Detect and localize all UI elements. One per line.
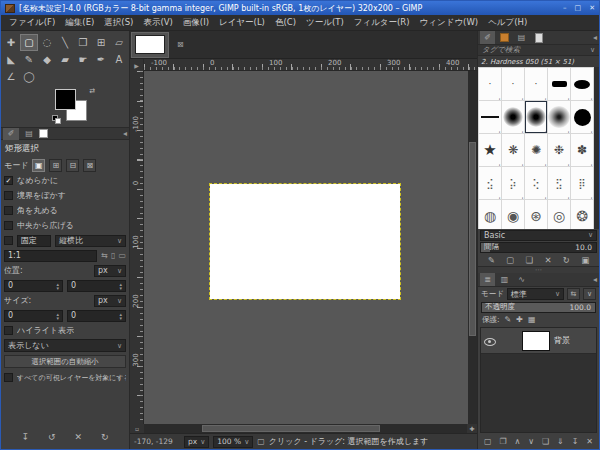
lock-alpha-icon[interactable]: ▦ xyxy=(528,315,536,324)
brush-item[interactable]: ⡵ xyxy=(502,167,524,199)
unified-transform-tool[interactable]: ⊞ xyxy=(92,34,110,51)
fixed-label[interactable]: 固定 xyxy=(17,235,51,247)
position-y-input[interactable]: 0 ▴ ▾ xyxy=(67,280,126,292)
delete-tool-preset-icon[interactable]: ✕ xyxy=(74,432,82,442)
antialias-option[interactable]: ✓ なめらかに xyxy=(4,173,126,188)
channels-tab[interactable]: ▥ xyxy=(497,273,512,286)
size-width-input[interactable]: 0 ▴ ▾ xyxy=(4,310,63,322)
position-unit-dropdown[interactable]: px ∨ xyxy=(94,265,126,277)
brush-item[interactable] xyxy=(548,101,570,133)
menu-colors[interactable]: 色(C) xyxy=(270,16,301,30)
spinner-arrows-icon[interactable]: ▴ ▾ xyxy=(119,282,122,290)
mode-switch-button[interactable]: ⇆ xyxy=(567,288,580,300)
rounded-corners-option[interactable]: 角を丸める xyxy=(4,203,126,218)
brush-item[interactable]: ❉ xyxy=(548,134,570,166)
mode-add-button[interactable]: ⊞ xyxy=(49,159,62,172)
brush-item[interactable]: ★ xyxy=(479,134,501,166)
delete-brush-icon[interactable]: ✕ xyxy=(544,255,551,265)
patterns-tab[interactable] xyxy=(497,31,512,44)
mode-intersect-button[interactable]: ⊠ xyxy=(83,159,96,172)
reset-tool-options-icon[interactable]: ↻ xyxy=(101,432,109,442)
image-tab[interactable] xyxy=(131,32,169,58)
size-unit-dropdown[interactable]: px ∨ xyxy=(94,295,126,307)
paintbrush-tool[interactable]: ✎ xyxy=(20,51,38,68)
brush-item[interactable]: · xyxy=(479,68,501,100)
brush-item[interactable]: ⣪ xyxy=(479,167,501,199)
brush-item[interactable]: ✺ xyxy=(525,134,547,166)
open-brush-as-image-icon[interactable]: ▣ xyxy=(581,255,589,265)
size-height-input[interactable]: 0 ▴ ▾ xyxy=(67,310,126,322)
menu-select[interactable]: 選択(S) xyxy=(99,16,138,30)
tool-options-tab[interactable]: ✐ xyxy=(3,128,19,140)
tag-filter-input[interactable]: タグで検索 xyxy=(482,45,590,55)
vertical-scrollbar-thumb[interactable] xyxy=(469,142,476,336)
restore-tool-preset-icon[interactable]: ↺ xyxy=(48,432,56,442)
brush-item[interactable]: ⢕ xyxy=(525,167,547,199)
new-brush-icon[interactable]: ▢ xyxy=(506,255,514,265)
lock-pixels-icon[interactable]: ✎ xyxy=(505,315,512,324)
free-select-tool[interactable]: ◌ xyxy=(38,34,56,51)
fixed-type-dropdown[interactable]: 縦横比 ∨ xyxy=(55,235,126,247)
landscape-icon[interactable]: ▭ xyxy=(118,251,126,260)
fonts-tab[interactable] xyxy=(531,31,546,44)
layer-opacity-slider[interactable]: 不透明度 100.0 xyxy=(481,302,596,313)
smudge-tool[interactable]: ☛ xyxy=(74,51,92,68)
mode-replace-button[interactable]: ▣ xyxy=(32,159,45,172)
vertical-ruler[interactable]: -100 0 100 200 300 xyxy=(130,71,144,424)
delete-layer-icon[interactable]: ✕ xyxy=(586,437,593,446)
feather-checkbox[interactable] xyxy=(4,191,13,200)
zoom-tool[interactable]: ◯ xyxy=(20,68,38,85)
canvas-viewport[interactable] xyxy=(144,71,468,424)
duplicate-layer-icon[interactable]: ❏ xyxy=(542,437,549,446)
highlight-checkbox[interactable] xyxy=(4,326,13,335)
zoom-dropdown[interactable]: 100 % ∨ xyxy=(213,436,253,448)
foreground-color-swatch[interactable] xyxy=(55,89,76,110)
menu-file[interactable]: ファイル(F) xyxy=(4,16,60,30)
spinner-arrows-icon[interactable]: ▴ ▾ xyxy=(56,282,59,290)
maximize-button[interactable]: □ xyxy=(575,4,582,12)
antialias-checkbox[interactable]: ✓ xyxy=(4,176,13,185)
menu-help[interactable]: ヘルプ(H) xyxy=(483,16,532,30)
minimize-button[interactable]: – xyxy=(563,4,567,12)
brush-spacing-slider[interactable]: 間隔 10.0 xyxy=(480,242,597,253)
paths-tab[interactable]: ∿ xyxy=(514,273,529,286)
duplicate-brush-icon[interactable]: ❏ xyxy=(525,255,533,265)
expand-from-center-checkbox[interactable] xyxy=(4,221,13,230)
brush-tag-dropdown[interactable]: Basic ∨ xyxy=(480,230,597,241)
lock-position-icon[interactable]: ✚ xyxy=(516,315,523,324)
horizontal-ruler[interactable]: -100 0 100 200 300 400 xyxy=(144,59,477,71)
horizontal-scrollbar[interactable] xyxy=(144,424,467,433)
ratio-swap-icon[interactable]: ⇆ xyxy=(101,251,108,260)
layer-mode-dropdown[interactable]: 標準 ∨ xyxy=(507,288,564,300)
anchor-layer-icon[interactable]: ↧ xyxy=(572,437,579,446)
spinner-arrows-icon[interactable]: ▴ ▾ xyxy=(119,312,122,320)
brush-item[interactable]: ⊛ xyxy=(525,200,547,229)
clone-tool[interactable]: ▰ xyxy=(56,51,74,68)
rounded-corners-checkbox[interactable] xyxy=(4,206,13,215)
text-tool[interactable]: A xyxy=(110,51,128,68)
brushes-tab[interactable]: ✐ xyxy=(480,31,495,44)
brush-item[interactable]: ◍ xyxy=(479,200,501,229)
handle-transform-tool[interactable]: ▱ xyxy=(110,34,128,51)
vertical-scrollbar[interactable] xyxy=(468,71,477,424)
fixed-checkbox[interactable] xyxy=(4,236,13,245)
move-tool[interactable]: ✚ xyxy=(2,34,20,51)
menu-tools[interactable]: ツール(T) xyxy=(301,16,349,30)
dock-menu-icon[interactable]: ◂ xyxy=(123,129,127,138)
menu-windows[interactable]: ウィンドウ(W) xyxy=(415,16,484,30)
brush-item[interactable]: ◎ xyxy=(548,200,570,229)
fuzzy-select-tool[interactable]: ╲ xyxy=(56,34,74,51)
brush-item[interactable]: ⣫ xyxy=(548,167,570,199)
ink-tool[interactable]: ✒ xyxy=(92,51,110,68)
dock-menu-icon[interactable]: ◂ xyxy=(593,275,597,284)
brush-item[interactable] xyxy=(479,101,501,133)
canvas-image[interactable] xyxy=(210,184,400,299)
refresh-brushes-icon[interactable]: ↻ xyxy=(563,255,570,265)
brush-item[interactable]: ✽ xyxy=(571,134,593,166)
position-x-input[interactable]: 0 ▴ ▾ xyxy=(4,280,63,292)
raise-layer-icon[interactable]: ∧ xyxy=(515,437,521,446)
close-tab-icon[interactable]: ⊠ xyxy=(177,40,184,49)
ruler-corner[interactable]: ▶ xyxy=(130,59,144,71)
guides-dropdown[interactable]: 表示しない ∨ xyxy=(4,339,126,352)
brush-item-selected[interactable] xyxy=(525,101,547,133)
